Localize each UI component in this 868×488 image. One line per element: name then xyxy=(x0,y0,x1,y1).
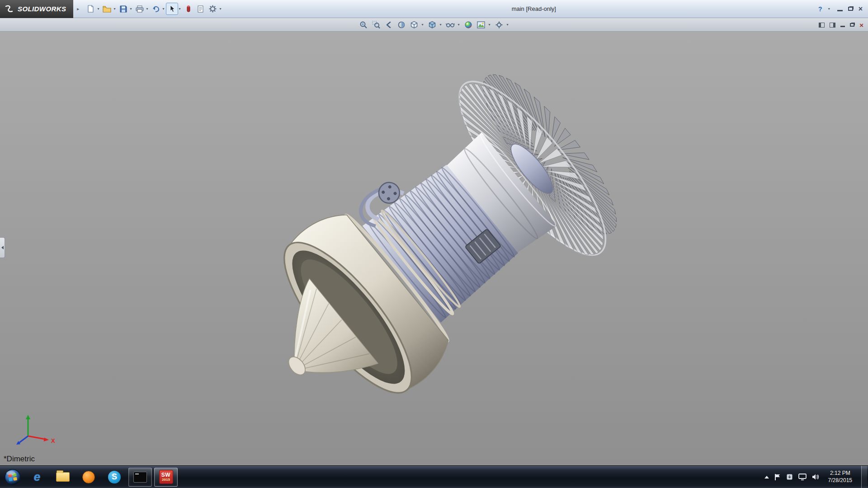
apply-scene-icon xyxy=(477,21,485,28)
updates-tray-button[interactable] xyxy=(786,474,793,480)
section-view-icon xyxy=(397,21,406,29)
headsup-view-toolbar: ▾ ▾ ▾ xyxy=(358,19,510,30)
zoom-to-fit-button[interactable] xyxy=(358,19,369,30)
restore-document-button[interactable] xyxy=(850,23,854,27)
chevron-down-icon[interactable]: ▾ xyxy=(828,7,830,11)
view-settings-button[interactable] xyxy=(494,19,505,30)
display-tray-button[interactable] xyxy=(798,474,807,480)
select-tool-button[interactable] xyxy=(166,3,178,15)
chevron-down-icon[interactable]: ▾ xyxy=(130,7,132,11)
window-controls: ? ▾ × xyxy=(818,5,868,13)
print-button[interactable] xyxy=(133,3,146,15)
internet-explorer-icon: e xyxy=(34,470,40,484)
edit-appearance-button[interactable] xyxy=(463,19,474,30)
appearance-ball-icon xyxy=(464,21,472,29)
help-icon[interactable]: ? xyxy=(818,5,822,13)
options-button[interactable] xyxy=(207,3,219,15)
zoom-to-fit-icon xyxy=(359,21,368,29)
document-title: main [Read-only] xyxy=(512,5,556,12)
chevron-down-icon[interactable]: ▾ xyxy=(113,7,115,11)
solidworks-icon-letters: SW xyxy=(161,472,170,478)
open-button[interactable] xyxy=(101,3,113,15)
zoom-area-icon xyxy=(372,21,380,29)
clock-time: 2:12 PM xyxy=(828,470,852,477)
previous-view-button[interactable] xyxy=(383,19,394,30)
file-properties-button[interactable] xyxy=(194,3,207,15)
standard-toolbar: ▾ ▾ ▾ ▾ xyxy=(85,3,223,15)
action-center-button[interactable] xyxy=(774,474,781,481)
command-prompt-icon xyxy=(133,472,147,483)
display-style-icon xyxy=(428,21,436,29)
chevron-up-icon xyxy=(764,476,769,479)
chevron-down-icon[interactable]: ▾ xyxy=(489,23,491,27)
chevron-down-icon[interactable]: ▾ xyxy=(179,7,180,11)
view-orientation-button[interactable] xyxy=(408,19,420,30)
taskbar-item-internet-explorer[interactable]: e xyxy=(25,468,49,487)
feature-manager-collapse-tab[interactable] xyxy=(0,237,5,258)
undo-button[interactable] xyxy=(150,3,162,15)
pinned-taskbar-items: e S SW 2015 xyxy=(25,468,178,487)
minimize-document-button[interactable] xyxy=(840,26,845,27)
hide-show-items-button[interactable] xyxy=(444,19,456,30)
dassault-3ds-icon xyxy=(5,5,14,13)
menu-strip: ▾ ▾ ▾ xyxy=(0,18,868,32)
triad-x-label: X xyxy=(51,437,55,444)
open-folder-icon xyxy=(103,5,111,13)
taskbar-item-file-explorer[interactable] xyxy=(51,468,75,487)
chevron-down-icon[interactable]: ▾ xyxy=(439,23,441,27)
gear-icon xyxy=(209,5,217,13)
chevron-down-icon[interactable]: ▾ xyxy=(162,7,164,11)
graphics-area[interactable]: X *Dimetric xyxy=(0,32,868,465)
chevron-down-icon[interactable]: ▾ xyxy=(97,7,99,11)
show-desktop-button[interactable] xyxy=(861,466,867,488)
feature-pane-toggle-icon[interactable] xyxy=(819,23,825,28)
minimize-button[interactable] xyxy=(837,10,843,11)
start-button[interactable] xyxy=(0,466,25,488)
zoom-area-button[interactable] xyxy=(370,19,382,30)
volume-tray-button[interactable] xyxy=(812,474,819,480)
print-icon xyxy=(136,5,144,13)
taskbar-item-media-player[interactable] xyxy=(77,468,100,487)
view-orientation-cube-icon xyxy=(410,21,418,29)
media-player-icon xyxy=(82,471,95,483)
view-settings-icon xyxy=(495,21,503,29)
show-hidden-icons-button[interactable] xyxy=(764,476,769,479)
previous-view-icon xyxy=(385,21,393,29)
display-style-button[interactable] xyxy=(426,19,438,30)
document-window-controls: × xyxy=(819,18,863,32)
chevron-down-icon[interactable]: ▾ xyxy=(507,23,509,27)
section-view-button[interactable] xyxy=(396,19,407,30)
taskbar-item-command-prompt[interactable] xyxy=(128,468,152,487)
restore-button[interactable] xyxy=(848,7,853,11)
chevron-down-icon[interactable]: ▾ xyxy=(421,23,423,27)
component-tools-button[interactable] xyxy=(182,3,194,15)
windows-start-icon xyxy=(4,469,21,486)
save-floppy-icon xyxy=(120,5,127,13)
solidworks-icon-year: 2015 xyxy=(162,478,170,482)
component-tools-icon xyxy=(186,5,191,13)
close-document-button[interactable]: × xyxy=(859,22,863,28)
apply-scene-button[interactable] xyxy=(476,19,487,30)
clock[interactable]: 2:12 PM 7/28/2015 xyxy=(825,470,856,484)
select-cursor-icon xyxy=(169,5,175,13)
taskbar-item-solidworks[interactable]: SW 2015 xyxy=(154,468,178,487)
undo-arrow-icon xyxy=(152,5,160,13)
3d-model-jet-engine[interactable] xyxy=(0,32,868,465)
update-icon xyxy=(786,474,793,480)
close-button[interactable]: × xyxy=(859,5,863,13)
new-document-button[interactable] xyxy=(85,3,97,15)
taskbar: e S SW 2015 xyxy=(0,465,868,488)
reference-triad[interactable]: X xyxy=(9,411,59,454)
task-pane-toggle-icon[interactable] xyxy=(830,23,835,28)
skype-icon: S xyxy=(108,471,121,483)
save-button[interactable] xyxy=(117,3,129,15)
speaker-icon xyxy=(812,474,819,480)
chevron-down-icon[interactable]: ▾ xyxy=(146,7,148,11)
solidworks-logo: SOLIDWORKS xyxy=(0,0,73,18)
hide-show-glasses-icon xyxy=(446,21,455,28)
chevron-down-icon[interactable]: ▾ xyxy=(219,7,221,11)
brand-expand-arrow[interactable]: ▸ xyxy=(73,6,83,11)
file-properties-icon xyxy=(197,5,204,13)
taskbar-item-skype[interactable]: S xyxy=(103,468,126,487)
chevron-down-icon[interactable]: ▾ xyxy=(458,23,459,27)
